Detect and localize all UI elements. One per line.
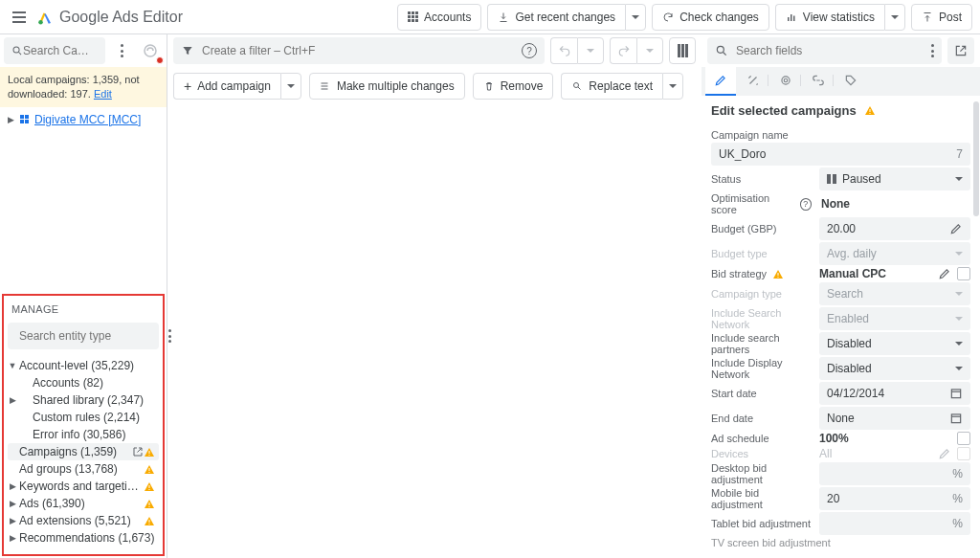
percent-icon: % bbox=[952, 517, 963, 530]
end-date-field[interactable]: None bbox=[819, 407, 970, 430]
checkbox[interactable] bbox=[957, 432, 970, 445]
budget-field[interactable]: 20.00 bbox=[819, 217, 970, 240]
hamburger-menu[interactable] bbox=[8, 6, 31, 29]
redo-button[interactable] bbox=[610, 37, 636, 64]
status-select[interactable]: Paused bbox=[819, 167, 970, 190]
svg-rect-14 bbox=[149, 489, 150, 490]
help-icon[interactable]: ? bbox=[800, 198, 812, 211]
tree-item-label: Shared library (2,347) bbox=[19, 393, 155, 407]
mobile-adj-field[interactable]: 20% bbox=[819, 487, 970, 510]
tab-link[interactable] bbox=[803, 67, 834, 96]
start-date-field[interactable]: 04/12/2014 bbox=[819, 382, 970, 405]
check-changes-button[interactable]: Check changes bbox=[652, 4, 769, 31]
popout-icon bbox=[954, 44, 968, 57]
filter-icon bbox=[181, 44, 194, 57]
redo-caret[interactable] bbox=[636, 37, 663, 64]
pencil-icon[interactable] bbox=[938, 267, 951, 280]
tab-tag[interactable] bbox=[835, 67, 866, 96]
download-icon bbox=[498, 11, 509, 23]
campaign-search-input[interactable] bbox=[23, 44, 98, 57]
add-campaign-button[interactable]: + Add campaign bbox=[173, 73, 280, 100]
filter-input[interactable] bbox=[202, 44, 514, 57]
remove-button[interactable]: Remove bbox=[473, 73, 554, 100]
account-tree-row[interactable]: ▶ Digivate MCC [MCC] bbox=[0, 107, 167, 132]
view-statistics-button[interactable]: View statistics bbox=[775, 4, 884, 31]
notice-edit-link[interactable]: Edit bbox=[94, 88, 112, 100]
tab-edit[interactable] bbox=[705, 67, 736, 96]
campaign-search[interactable] bbox=[4, 37, 105, 64]
search-icon bbox=[11, 44, 23, 57]
inc-display-select[interactable]: Disabled bbox=[819, 357, 970, 380]
tree-item[interactable]: Error info (30,586) bbox=[8, 426, 159, 443]
tree-item[interactable]: Campaigns (1,359) bbox=[8, 443, 159, 460]
tree-item-label: Account-level (35,229) bbox=[19, 359, 155, 372]
tree-item[interactable]: ▶Ads (61,390) bbox=[8, 495, 159, 512]
tab-wand[interactable] bbox=[738, 67, 768, 96]
fields-search[interactable] bbox=[707, 37, 942, 64]
checkbox[interactable] bbox=[957, 267, 970, 280]
undo-caret[interactable] bbox=[577, 37, 604, 64]
svg-rect-10 bbox=[149, 455, 150, 456]
inc-display-label: Include Display Network bbox=[711, 357, 812, 380]
svg-point-22 bbox=[574, 83, 579, 88]
entity-search-input[interactable] bbox=[19, 329, 163, 343]
percent-icon: % bbox=[952, 467, 963, 480]
upload-icon bbox=[922, 11, 933, 23]
get-recent-changes-button[interactable]: Get recent changes bbox=[487, 4, 625, 31]
start-date-label: Start date bbox=[711, 388, 812, 399]
inc-partners-select[interactable]: Disabled bbox=[819, 332, 970, 355]
wand-icon bbox=[746, 74, 760, 87]
tree-item[interactable]: Custom rules (2,214) bbox=[8, 409, 159, 426]
tree-item-label: Accounts (82) bbox=[19, 376, 155, 390]
tree-item[interactable]: Ad groups (13,768) bbox=[8, 460, 159, 478]
download-notice: Local campaigns: 1,359, not downloaded: … bbox=[0, 67, 167, 107]
campaign-search-more[interactable] bbox=[109, 38, 134, 63]
campaign-name-field[interactable]: UK_Doro 7 bbox=[711, 143, 970, 166]
tree-item[interactable]: ▶Ad extensions (5,521) bbox=[8, 512, 159, 529]
svg-rect-34 bbox=[951, 414, 960, 423]
tree-item[interactable]: ▶Shared library (2,347) bbox=[8, 391, 159, 409]
columns-icon bbox=[678, 44, 688, 57]
fields-search-more[interactable] bbox=[931, 44, 934, 57]
get-recent-caret[interactable] bbox=[625, 4, 646, 31]
trash-icon bbox=[483, 80, 495, 92]
popout-button[interactable] bbox=[947, 37, 974, 64]
expand-caret-icon: ▶ bbox=[8, 115, 14, 124]
replace-text-button[interactable]: Replace text bbox=[561, 73, 662, 100]
fields-search-input[interactable] bbox=[736, 44, 924, 57]
svg-point-6 bbox=[145, 45, 156, 56]
multi-edit-icon bbox=[320, 80, 331, 92]
post-button[interactable]: Post bbox=[911, 4, 972, 31]
scrollbar[interactable] bbox=[973, 101, 979, 216]
open-external-icon bbox=[132, 446, 144, 458]
tree-item[interactable]: Accounts (82) bbox=[8, 374, 159, 391]
tree-item[interactable]: ▼Account-level (35,229) bbox=[8, 357, 159, 374]
tree-item[interactable]: ▶Keywords and targeting (552,778) bbox=[8, 478, 159, 495]
filter-box[interactable]: ? bbox=[173, 37, 545, 64]
sync-status-icon[interactable] bbox=[138, 38, 163, 63]
view-statistics-caret[interactable] bbox=[884, 4, 905, 31]
expand-caret-icon: ▼ bbox=[8, 361, 17, 370]
svg-rect-3 bbox=[793, 15, 795, 21]
plus-icon: + bbox=[184, 79, 191, 93]
mobile-adj-label: Mobile bid adjustment bbox=[711, 487, 812, 510]
pencil-icon bbox=[714, 74, 727, 87]
columns-button[interactable] bbox=[669, 37, 696, 64]
help-icon[interactable]: ? bbox=[522, 43, 537, 58]
undo-button[interactable] bbox=[550, 37, 577, 64]
make-multiple-changes-button[interactable]: Make multiple changes bbox=[309, 73, 465, 100]
percent-icon: % bbox=[952, 492, 963, 505]
svg-point-26 bbox=[782, 77, 790, 84]
desktop-adj-field[interactable]: % bbox=[819, 462, 970, 485]
tab-target[interactable] bbox=[770, 67, 801, 96]
account-name-link[interactable]: Digivate MCC [MCC] bbox=[34, 113, 141, 126]
tablet-adj-field[interactable]: % bbox=[819, 512, 970, 535]
accounts-button[interactable]: Accounts bbox=[397, 4, 481, 31]
entity-search[interactable] bbox=[8, 323, 159, 349]
refresh-icon bbox=[662, 11, 674, 23]
manage-panel: MANAGE ▼Account-level (35,229)Accounts (… bbox=[2, 294, 165, 556]
pencil-icon bbox=[938, 447, 951, 460]
replace-text-caret[interactable] bbox=[662, 73, 683, 100]
add-campaign-caret[interactable] bbox=[280, 73, 301, 100]
tree-item[interactable]: ▶Recommendations (1,673) bbox=[8, 529, 159, 547]
